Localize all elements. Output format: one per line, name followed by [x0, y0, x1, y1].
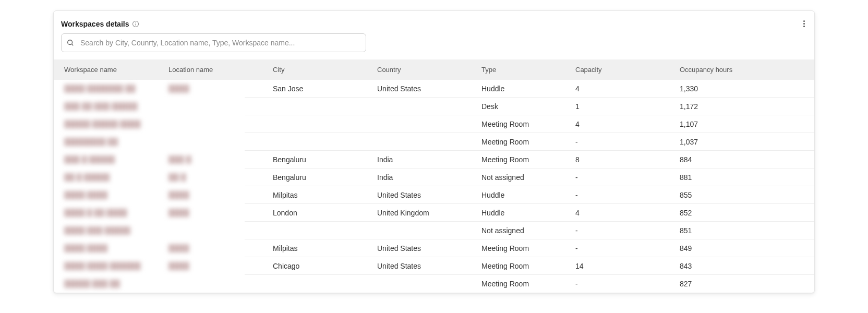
search-input[interactable] [80, 39, 360, 47]
cell-capacity: 14 [570, 262, 674, 270]
svg-point-3 [68, 40, 73, 45]
card-header: Workspaces details [54, 11, 814, 33]
cell-workspace-name: ███ ██ ███ █████ [54, 102, 163, 111]
cell-occupancy-hours: 1,037 [674, 138, 779, 146]
cell-occupancy-hours: 827 [674, 280, 779, 288]
cell-type: Meeting Room [476, 244, 570, 252]
column-header-country[interactable]: Country [372, 59, 476, 80]
cell-occupancy-hours: 884 [674, 155, 779, 164]
table-body: ████ ███████ ██████San JoseUnited States… [54, 80, 814, 293]
column-header-occupancy-hours[interactable]: Occupancy hours [674, 59, 779, 80]
cell-location-name: ████ [163, 262, 268, 270]
cell-type: Desk [476, 102, 570, 111]
cell-occupancy-hours: 1,330 [674, 85, 779, 93]
svg-line-4 [72, 44, 74, 46]
cell-workspace-name: ████ ███████ ██ [54, 85, 163, 93]
svg-point-2 [136, 22, 136, 22]
cell-city: Bengaluru [268, 173, 372, 182]
table-row[interactable]: ████████ ██Meeting Room-1,037 [54, 133, 814, 151]
cell-workspace-name: █████ █████ ████ [54, 120, 163, 128]
cell-workspace-name: █████ ███ ██ [54, 280, 163, 288]
table-row[interactable]: █████ █████ ████Meeting Room41,107 [54, 115, 814, 133]
table-row[interactable]: ████ ████████MilpitasUnited StatesMeetin… [54, 239, 814, 257]
table-row[interactable]: ████ ████████MilpitasUnited StatesHuddle… [54, 186, 814, 204]
cell-occupancy-hours: 855 [674, 191, 779, 199]
cell-city: Milpitas [268, 191, 372, 199]
column-header-location-name[interactable]: Location name [163, 59, 268, 80]
cell-capacity: - [570, 173, 674, 182]
cell-occupancy-hours: 1,172 [674, 102, 779, 111]
info-icon[interactable] [132, 20, 139, 28]
cell-workspace-name: ████ ████ [54, 244, 163, 252]
cell-capacity: 4 [570, 85, 674, 93]
cell-capacity: - [570, 280, 674, 288]
cell-workspace-name: ████ ████ [54, 191, 163, 199]
cell-occupancy-hours: 843 [674, 262, 779, 270]
title-group: Workspaces details [61, 20, 139, 28]
table-header-row: Workspace name Location name City Countr… [54, 59, 814, 80]
cell-occupancy-hours: 1,107 [674, 120, 779, 128]
table-row[interactable]: ███ █ ████████ █BengaluruIndiaMeeting Ro… [54, 151, 814, 168]
cell-type: Meeting Room [476, 262, 570, 270]
cell-location-name: ███ █ [163, 155, 268, 164]
cell-type: Meeting Room [476, 280, 570, 288]
cell-type: Not assigned [476, 226, 570, 235]
more-menu-button[interactable] [801, 18, 807, 29]
cell-workspace-name: ████ █ ██ ████ [54, 209, 163, 217]
cell-capacity: - [570, 138, 674, 146]
cell-type: Huddle [476, 85, 570, 93]
cell-location-name: ████ [163, 191, 268, 199]
cell-country: India [372, 173, 476, 182]
search-box[interactable] [61, 33, 366, 52]
table-row[interactable]: ████ █ ██ ████████LondonUnited KingdomHu… [54, 204, 814, 222]
cell-capacity: 4 [570, 120, 674, 128]
cell-workspace-name: ███ █ █████ [54, 155, 163, 164]
cell-type: Not assigned [476, 173, 570, 182]
cell-country: United Kingdom [372, 209, 476, 217]
cell-country: United States [372, 244, 476, 252]
cell-type: Meeting Room [476, 120, 570, 128]
cell-city: London [268, 209, 372, 217]
cell-country: United States [372, 262, 476, 270]
column-header-workspace-name[interactable]: Workspace name [54, 59, 163, 80]
cell-location-name: ████ [163, 244, 268, 252]
cell-occupancy-hours: 849 [674, 244, 779, 252]
card-title: Workspaces details [61, 20, 129, 28]
cell-type: Meeting Room [476, 155, 570, 164]
cell-workspace-name: ████████ ██ [54, 138, 163, 146]
cell-occupancy-hours: 852 [674, 209, 779, 217]
table-row[interactable]: █████ ███ ██Meeting Room-827 [54, 275, 814, 293]
cell-location-name: ██ █ [163, 173, 268, 182]
cell-type: Huddle [476, 209, 570, 217]
cell-location-name: ████ [163, 209, 268, 217]
column-header-type[interactable]: Type [476, 59, 570, 80]
cell-occupancy-hours: 851 [674, 226, 779, 235]
table-row[interactable]: ████ ████ ██████████ChicagoUnited States… [54, 257, 814, 275]
cell-occupancy-hours: 881 [674, 173, 779, 182]
cell-type: Meeting Room [476, 138, 570, 146]
table-row[interactable]: ██ █ ███████ █BengaluruIndiaNot assigned… [54, 168, 814, 186]
column-header-capacity[interactable]: Capacity [570, 59, 674, 80]
cell-country: United States [372, 191, 476, 199]
cell-country: United States [372, 85, 476, 93]
cell-type: Huddle [476, 191, 570, 199]
table-row[interactable]: ███ ██ ███ █████Desk11,172 [54, 98, 814, 115]
search-icon [67, 39, 74, 46]
workspaces-details-card: Workspaces details Workspace name [53, 10, 815, 293]
cell-capacity: 4 [570, 209, 674, 217]
cell-city: San Jose [268, 85, 372, 93]
table-row[interactable]: ████ ███ █████Not assigned-851 [54, 222, 814, 239]
cell-workspace-name: ████ ████ ██████ [54, 262, 163, 270]
cell-location-name: ████ [163, 85, 268, 93]
cell-workspace-name: ██ █ █████ [54, 173, 163, 182]
workspaces-table: Workspace name Location name City Countr… [54, 59, 814, 293]
search-wrap [54, 33, 814, 59]
cell-capacity: 8 [570, 155, 674, 164]
cell-capacity: - [570, 244, 674, 252]
cell-capacity: 1 [570, 102, 674, 111]
column-header-city[interactable]: City [268, 59, 372, 80]
cell-capacity: - [570, 226, 674, 235]
cell-city: Milpitas [268, 244, 372, 252]
cell-capacity: - [570, 191, 674, 199]
table-row[interactable]: ████ ███████ ██████San JoseUnited States… [54, 80, 814, 98]
